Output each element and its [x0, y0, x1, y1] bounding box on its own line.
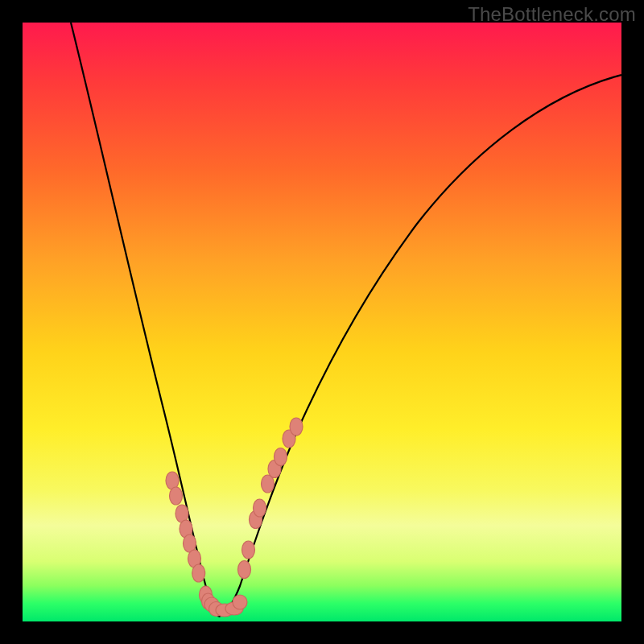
watermark-label: TheBottleneck.com [468, 3, 636, 26]
right-curve [219, 75, 621, 617]
data-marker [242, 541, 255, 559]
data-marker [275, 448, 287, 466]
data-marker [254, 499, 266, 517]
data-marker [233, 595, 247, 609]
chart-svg [23, 23, 621, 621]
plot-area [23, 23, 621, 621]
data-marker [192, 564, 205, 582]
marker-group-left [166, 472, 233, 617]
data-marker [290, 418, 303, 436]
left-curve [71, 23, 219, 617]
chart-frame: TheBottleneck.com [0, 0, 644, 644]
data-marker [170, 487, 183, 505]
data-marker [238, 561, 251, 579]
curve-group [71, 23, 621, 617]
